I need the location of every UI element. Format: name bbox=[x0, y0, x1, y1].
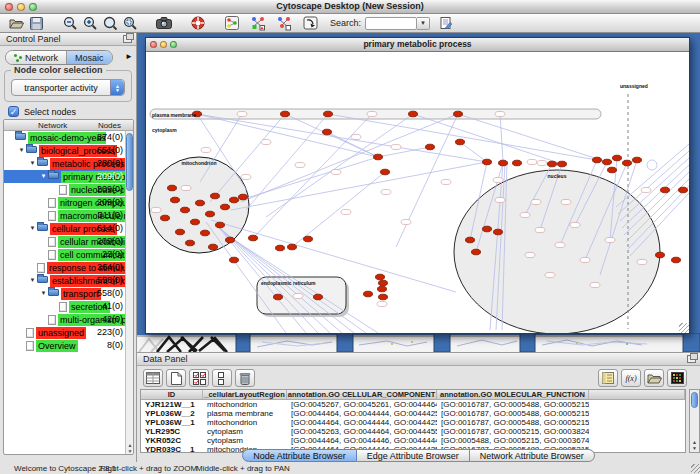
zoom-in-icon[interactable] bbox=[80, 15, 100, 32]
expand-arrow-icon[interactable]: ▼ bbox=[28, 274, 37, 287]
column-header-2[interactable]: annotation.GO CELLULAR_COMPONENT bbox=[287, 390, 437, 399]
expand-arrow-icon[interactable]: ▼ bbox=[39, 170, 48, 183]
snapshot-icon[interactable] bbox=[154, 15, 174, 32]
tab-network[interactable]: Network bbox=[6, 51, 67, 64]
table-cell: [GO:0044464, GO:0044446, GO:0044444, G..… bbox=[287, 436, 437, 445]
tree-item-primary-metabolic-proc[interactable]: ▼primary metabolic proc209(0) bbox=[4, 170, 125, 183]
tree-item-cellular-metabolic[interactable]: ▼cellular metabolic209(0) bbox=[4, 235, 125, 248]
network-window[interactable]: primary metabolic process plasma membran… bbox=[145, 37, 690, 334]
tree-item-response-to-stimulus[interactable]: ▼response to stimulus264(0) bbox=[4, 261, 125, 274]
tree-item-multi-organism-proc[interactable]: ▼multi-organism proc42(0) bbox=[4, 313, 125, 326]
network-frame-icon[interactable] bbox=[222, 15, 242, 32]
select-nodes-label: Select nodes bbox=[24, 107, 76, 117]
new-attribute-icon[interactable] bbox=[166, 369, 186, 387]
tree-item-nucleobase-contain[interactable]: ▼nucleobase-contain209(0) bbox=[4, 183, 125, 196]
node-color-dropdown[interactable]: transporter activity ▲▼ bbox=[11, 79, 125, 96]
expand-arrow-icon[interactable]: ▼ bbox=[17, 144, 26, 157]
float-panel-icon[interactable] bbox=[123, 35, 132, 43]
tab-mosaic[interactable]: Mosaic bbox=[67, 51, 112, 64]
tree-item-establishment-of-loc[interactable]: ▼establishment of loc558(0) bbox=[4, 274, 125, 287]
matrix-view-icon[interactable] bbox=[667, 369, 687, 387]
network-window-titlebar[interactable]: primary metabolic process bbox=[146, 38, 689, 52]
expand-arrow-icon[interactable]: ▼ bbox=[28, 222, 37, 235]
table-cell: [GO:0016787, GO:0005488, GO:0005215, G..… bbox=[437, 400, 589, 409]
table-scrollbar-thumb[interactable] bbox=[691, 392, 698, 408]
tree-item-node-count: 614(0) bbox=[97, 222, 123, 235]
tab-node-attribute-browser[interactable]: Node Attribute Browser bbox=[242, 449, 357, 462]
tree-item-mosaic-demo-yeast[interactable]: ▼mosaic-demo-yeast874(0) bbox=[4, 131, 125, 144]
window-resize-grip[interactable] bbox=[679, 323, 689, 333]
select-attributes-icon[interactable] bbox=[189, 369, 209, 387]
table-row[interactable]: YPL036W__1mitochondrion[GO:0044464, GO:0… bbox=[141, 418, 685, 427]
import-attributes-icon[interactable] bbox=[644, 369, 664, 387]
tab-edge-attribute-browser[interactable]: Edge Attribute Browser bbox=[357, 449, 470, 462]
tree-item-metabolic-process[interactable]: ▼metabolic process280(0) bbox=[4, 157, 125, 170]
table-row[interactable]: YLR295Ccytoplasm[GO:0045263, GO:0044464,… bbox=[141, 427, 685, 436]
app-resize-grip[interactable] bbox=[691, 464, 700, 473]
main-titlebar: Cytoscape Desktop (New Session) bbox=[0, 0, 700, 14]
tree-item-node-count: 558(0) bbox=[97, 274, 123, 287]
annotation-network-icon-2[interactable] bbox=[274, 15, 294, 32]
table-cell: cytoplasm bbox=[203, 427, 287, 436]
tree-item-node-count: 41(0) bbox=[102, 300, 123, 313]
column-header-3[interactable]: annotation.GO MOLECULAR_FUNCTION bbox=[437, 390, 589, 399]
float-data-panel-icon[interactable] bbox=[687, 355, 696, 363]
import-network-icon[interactable] bbox=[300, 15, 320, 32]
table-row[interactable]: YPL036W__2plasma membrane[GO:0044464, GO… bbox=[141, 409, 685, 418]
function-builder-icon[interactable]: f(x) bbox=[621, 369, 641, 387]
attribute-table-icon[interactable] bbox=[143, 369, 163, 387]
unselect-attributes-icon[interactable] bbox=[212, 369, 232, 387]
tree-header: Network Nodes bbox=[4, 120, 133, 131]
table-cell: [GO:0045267, GO:0045261, GO:0044464, G..… bbox=[287, 400, 437, 409]
column-header-0[interactable]: ID bbox=[141, 390, 203, 399]
search-input[interactable] bbox=[365, 17, 417, 30]
column-header-1[interactable]: _cellularLayoutRegion bbox=[203, 390, 287, 399]
delete-attribute-icon[interactable] bbox=[235, 369, 255, 387]
tree-scrollbar[interactable]: ▲▼ bbox=[125, 131, 133, 454]
table-row[interactable]: YJR121W__1mitochondrion[GO:0045267, GO:0… bbox=[141, 400, 685, 409]
network-file-icon bbox=[48, 211, 56, 221]
annotation-network-icon-1[interactable] bbox=[248, 15, 268, 32]
tab-overflow-arrow[interactable]: ► bbox=[125, 52, 133, 61]
tree-item-secretion[interactable]: ▼secretion41(0) bbox=[4, 300, 125, 313]
save-icon[interactable] bbox=[26, 15, 46, 32]
help-ring-icon[interactable] bbox=[188, 15, 208, 32]
tree-item-overview[interactable]: ▼Overview8(0) bbox=[4, 339, 125, 352]
tree-item-biological-process[interactable]: ▼biological_process651(0) bbox=[4, 144, 125, 157]
expand-arrow-icon[interactable]: ▼ bbox=[28, 157, 37, 170]
tree-item-transport[interactable]: ▼transport558(0) bbox=[4, 287, 125, 300]
tree-item-label: Overview bbox=[36, 340, 78, 352]
zoom-fit-icon[interactable] bbox=[120, 15, 140, 32]
tree-item-macromolecule-m[interactable]: ▼macromolecule m311(0) bbox=[4, 209, 125, 222]
open-icon[interactable] bbox=[6, 15, 26, 32]
svg-text:mitochondrion: mitochondrion bbox=[182, 160, 217, 166]
network-file-icon bbox=[37, 263, 45, 273]
network-canvas[interactable]: plasma membranecytoplasmmitochondrionnuc… bbox=[146, 52, 689, 333]
search-dropdown-icon[interactable]: ▼ bbox=[417, 17, 430, 30]
background-windows bbox=[137, 333, 700, 352]
tree-item-label: transport bbox=[61, 288, 101, 300]
tree-item-nitrogen-compoun[interactable]: ▼nitrogen compoun209(0) bbox=[4, 196, 125, 209]
attribute-editor-icon[interactable] bbox=[598, 369, 618, 387]
tree-header-nodes: Nodes bbox=[98, 121, 121, 130]
data-panel: Data Panel f(x) ID_cellularLayoutRegiona… bbox=[137, 352, 700, 464]
zoom-out-icon[interactable] bbox=[60, 15, 80, 32]
select-nodes-checkbox[interactable]: ✓ bbox=[8, 106, 19, 117]
svg-text:cytoplasm: cytoplasm bbox=[152, 127, 177, 133]
control-panel-title: Control Panel bbox=[6, 34, 61, 44]
control-panel-header: Control Panel bbox=[0, 33, 136, 46]
tree-item-unassigned[interactable]: ▼unassigned223(0) bbox=[4, 326, 125, 339]
search-builder-icon[interactable] bbox=[436, 15, 456, 32]
table-cell: [GO:0044464, GO:0044444, GO:0044425, G..… bbox=[287, 418, 437, 427]
table-row[interactable]: YKR052Ccytoplasm[GO:0044464, GO:0044446,… bbox=[141, 436, 685, 445]
table-cell: [GO:0044464, GO:0044444, GO:0044425, G..… bbox=[287, 409, 437, 418]
table-scrollbar[interactable]: ▲▼ bbox=[689, 389, 700, 453]
attribute-table[interactable]: ID_cellularLayoutRegionannotation.GO CEL… bbox=[140, 389, 686, 453]
expand-arrow-icon[interactable]: ▼ bbox=[39, 287, 48, 300]
tree-scrollbar-thumb[interactable] bbox=[126, 133, 133, 191]
zoom-region-icon[interactable] bbox=[100, 15, 120, 32]
tree-item-cell-communicatio[interactable]: ▼cell communicatio22(0) bbox=[4, 248, 125, 261]
tree-item-cellular-process[interactable]: ▼cellular process614(0) bbox=[4, 222, 125, 235]
svg-text:endoplasmic reticulum: endoplasmic reticulum bbox=[261, 280, 316, 286]
tab-network-attribute-browser[interactable]: Network Attribute Browser bbox=[470, 449, 595, 462]
